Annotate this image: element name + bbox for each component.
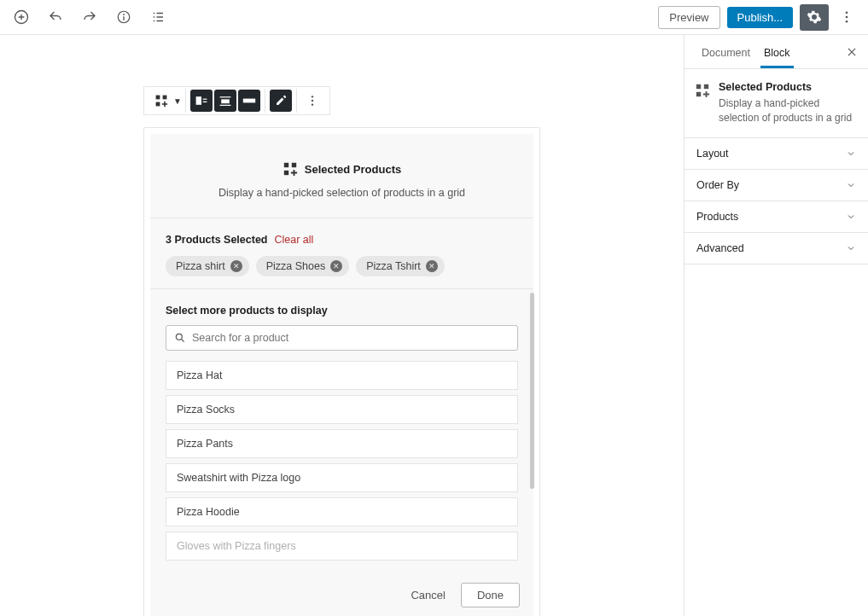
- product-option[interactable]: Sweatshirt with Pizza logo: [166, 463, 518, 492]
- product-option[interactable]: Pizza Socks: [166, 395, 518, 424]
- chip: Pizza shirt✕: [166, 256, 249, 276]
- top-toolbar-right: Preview Publish...: [658, 4, 858, 31]
- product-options-list: Pizza Hat Pizza Socks Pizza Pants Sweats…: [166, 361, 518, 561]
- panel-label: Layout: [696, 148, 729, 160]
- panel-products[interactable]: Products: [684, 201, 868, 233]
- chip: Pizza Tshirt✕: [356, 256, 445, 276]
- product-option[interactable]: Pizza Pants: [166, 429, 518, 458]
- product-search-section: Select more products to display Pizza Ha…: [150, 289, 533, 571]
- sidebar-tabs: Document Block: [684, 35, 868, 69]
- product-option[interactable]: Pizza Hoodie: [166, 497, 518, 526]
- svg-rect-23: [696, 84, 701, 89]
- undo-icon: [48, 9, 63, 25]
- svg-rect-20: [292, 163, 296, 167]
- content-info-button[interactable]: [113, 6, 135, 28]
- chip-label: Pizza Tshirt: [366, 260, 421, 272]
- sidebar-block-card: Selected Products Display a hand-picked …: [684, 69, 868, 138]
- tab-document[interactable]: Document: [695, 37, 757, 67]
- more-vertical-icon: [306, 94, 319, 108]
- svg-rect-25: [696, 92, 701, 96]
- svg-rect-8: [156, 102, 160, 107]
- publish-button[interactable]: Publish...: [727, 7, 793, 28]
- block-footer-actions: Cancel Done: [150, 571, 533, 616]
- svg-rect-9: [196, 96, 201, 105]
- search-icon: [174, 332, 186, 344]
- sidebar-block-description: Display a hand-picked selection of produ…: [719, 96, 858, 125]
- list-icon: [150, 9, 166, 25]
- svg-point-16: [312, 96, 313, 97]
- cancel-button[interactable]: Cancel: [411, 589, 445, 601]
- top-toolbar-left: [10, 6, 169, 28]
- block-more-button[interactable]: [301, 90, 323, 112]
- search-label: Select more products to display: [166, 305, 518, 317]
- tab-block[interactable]: Block: [757, 37, 797, 67]
- svg-rect-19: [284, 163, 288, 167]
- grid-icon: [283, 161, 298, 177]
- svg-point-18: [312, 103, 313, 105]
- svg-rect-6: [156, 96, 160, 100]
- align-wide-button[interactable]: [238, 90, 260, 112]
- chevron-down-icon: [846, 180, 856, 190]
- top-toolbar: Preview Publish...: [0, 0, 868, 35]
- preview-button[interactable]: Preview: [658, 6, 719, 29]
- align-center-button[interactable]: [214, 90, 236, 112]
- redo-icon: [82, 9, 97, 25]
- edit-button[interactable]: [270, 90, 292, 112]
- svg-point-5: [846, 20, 848, 23]
- align-left-button[interactable]: [190, 90, 213, 112]
- close-sidebar-button[interactable]: [846, 46, 858, 58]
- svg-point-17: [312, 100, 313, 102]
- more-menu-button[interactable]: [836, 6, 858, 28]
- chip-remove-button[interactable]: ✕: [426, 260, 438, 272]
- block-description: Display a hand-picked selection of produ…: [167, 187, 516, 199]
- svg-point-3: [846, 11, 848, 14]
- panel-label: Order By: [696, 179, 739, 191]
- outline-button[interactable]: [147, 6, 169, 28]
- editor-canvas: ▼: [0, 35, 684, 616]
- svg-rect-13: [221, 99, 230, 103]
- info-circle-icon: [116, 9, 131, 25]
- svg-rect-21: [284, 171, 288, 175]
- selected-products-block: Selected Products Display a hand-picked …: [143, 127, 540, 616]
- panel-label: Products: [696, 211, 738, 223]
- panel-advanced[interactable]: Advanced: [684, 233, 868, 264]
- clear-all-button[interactable]: Clear all: [275, 234, 314, 246]
- align-left-icon: [195, 94, 208, 108]
- panel-label: Advanced: [696, 242, 744, 254]
- selected-products-section: 3 Products Selected Clear all Pizza shir…: [150, 218, 533, 289]
- scrollbar[interactable]: [530, 293, 534, 489]
- undo-button[interactable]: [44, 6, 67, 28]
- product-option[interactable]: Gloves with Pizza fingers: [166, 532, 518, 561]
- svg-rect-10: [203, 99, 207, 100]
- svg-rect-24: [704, 84, 708, 89]
- product-search-input[interactable]: [166, 325, 518, 351]
- grid-icon: [695, 83, 710, 125]
- svg-point-22: [176, 334, 182, 340]
- sidebar-block-title: Selected Products: [719, 81, 858, 93]
- redo-button[interactable]: [79, 6, 101, 28]
- panel-order-by[interactable]: Order By: [684, 170, 868, 201]
- svg-rect-11: [203, 102, 207, 102]
- align-center-icon: [218, 94, 232, 108]
- gear-icon: [807, 9, 822, 25]
- chip-label: Pizza shirt: [176, 260, 225, 272]
- settings-sidebar: Document Block Selected Products Display…: [684, 35, 868, 616]
- svg-rect-12: [220, 96, 231, 97]
- more-vertical-icon: [839, 9, 854, 25]
- close-icon: [846, 46, 858, 58]
- chevron-down-icon: [846, 212, 856, 222]
- block-type-button[interactable]: [150, 90, 172, 112]
- chip: Pizza Shoes✕: [256, 256, 349, 276]
- chip-remove-button[interactable]: ✕: [230, 260, 242, 272]
- selected-count-label: 3 Products Selected: [166, 234, 268, 246]
- panel-layout[interactable]: Layout: [684, 138, 868, 170]
- grid-icon: [154, 94, 168, 108]
- chevron-down-icon: [846, 243, 856, 253]
- product-option[interactable]: Pizza Hat: [166, 361, 518, 390]
- block-header: Selected Products Display a hand-picked …: [150, 134, 533, 218]
- done-button[interactable]: Done: [461, 583, 520, 607]
- add-block-button[interactable]: [10, 6, 32, 28]
- chevron-down-icon: ▼: [173, 96, 182, 106]
- chip-remove-button[interactable]: ✕: [330, 260, 342, 272]
- settings-button[interactable]: [800, 4, 829, 31]
